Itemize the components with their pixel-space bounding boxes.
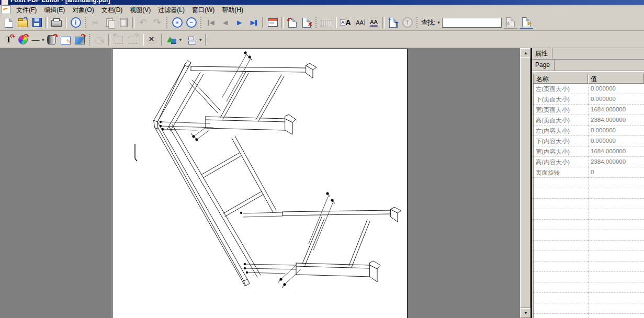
paste-button[interactable] bbox=[117, 16, 131, 29]
zoom-in-button[interactable]: + bbox=[170, 16, 184, 29]
property-row[interactable]: 宽(页面大小)1684.000000 bbox=[534, 105, 644, 115]
toolbar-grip[interactable] bbox=[315, 17, 318, 28]
scroll-down-button[interactable]: ▼ bbox=[520, 308, 532, 318]
line-style-button[interactable]: — bbox=[30, 33, 41, 47]
add-text-button[interactable]: T+ bbox=[386, 16, 400, 29]
first-page-button[interactable]: ◀ bbox=[204, 16, 218, 29]
next-page-button[interactable]: ▶ bbox=[232, 16, 246, 29]
empty-row bbox=[534, 188, 644, 199]
open-button[interactable]: ↷ bbox=[16, 16, 30, 29]
last-page-button[interactable]: ▶ bbox=[246, 16, 261, 29]
empty-row bbox=[534, 293, 644, 303]
property-value-cell bbox=[588, 293, 644, 303]
separator bbox=[205, 34, 207, 46]
menu-object[interactable]: 对象(O) bbox=[69, 6, 97, 14]
shading-button[interactable]: ↷ bbox=[44, 33, 59, 47]
cut-button[interactable]: ✂ bbox=[88, 16, 103, 29]
shading-arrow-icon: ↷ bbox=[53, 32, 58, 40]
undo-button[interactable]: ↶ bbox=[136, 16, 150, 29]
keyboard-icon bbox=[321, 20, 332, 27]
color-picker-button[interactable]: ↷ bbox=[16, 33, 30, 47]
rotate-object-left-button[interactable]: ↶ bbox=[112, 33, 126, 47]
tab-page[interactable]: Page bbox=[532, 60, 555, 71]
lasso-edit-button[interactable]: ✎ bbox=[93, 33, 107, 47]
add-text-object-button[interactable]: T↷ bbox=[2, 33, 16, 47]
toolbar-grip[interactable] bbox=[84, 17, 87, 28]
property-name-cell: 宽(页面大小) bbox=[534, 105, 588, 115]
text-state-button[interactable]: T bbox=[400, 16, 414, 29]
word-spacing-button[interactable]: AA bbox=[367, 16, 381, 29]
char-spacing-button[interactable]: AA bbox=[353, 16, 367, 29]
last-page-arrow-icon: ▶ bbox=[250, 19, 255, 26]
toolbar-grip[interactable] bbox=[416, 17, 419, 28]
property-row[interactable]: 页面旋转0 bbox=[534, 167, 644, 178]
scrollbar-thumb[interactable] bbox=[520, 57, 530, 308]
edit-image-button[interactable]: ✎ bbox=[59, 33, 73, 47]
document-menu-icon[interactable] bbox=[2, 5, 10, 14]
menu-help[interactable]: 帮助(H) bbox=[218, 6, 247, 14]
property-row[interactable]: 左(内容大小)0.000000 bbox=[534, 126, 644, 136]
keyboard-button[interactable] bbox=[319, 16, 333, 29]
align-dropdown[interactable]: ▾ bbox=[199, 37, 202, 42]
scroll-down-icon: ▼ bbox=[524, 311, 528, 315]
toolbar-grip[interactable] bbox=[200, 17, 202, 28]
property-row[interactable]: 下(页面大小)0.000000 bbox=[534, 94, 644, 105]
replace-font-button[interactable]: AA bbox=[338, 16, 353, 29]
property-name-cell bbox=[534, 251, 588, 262]
insert-shape-button[interactable] bbox=[165, 33, 179, 47]
scissors-icon: ✂ bbox=[92, 19, 99, 27]
column-header-name[interactable]: 名称 bbox=[534, 74, 588, 84]
redo-button[interactable]: ↷ bbox=[150, 16, 164, 29]
delete-object-button[interactable]: × bbox=[145, 33, 160, 47]
new-document-button[interactable] bbox=[2, 16, 16, 29]
column-header-value[interactable]: 值 bbox=[588, 74, 644, 84]
menu-file[interactable]: 文件(F) bbox=[13, 6, 40, 14]
property-row[interactable]: 宽(内容大小)1684.000000 bbox=[534, 146, 644, 157]
property-row[interactable]: 高(页面大小)2384.000000 bbox=[534, 115, 644, 126]
replace-image-button[interactable]: ↷ bbox=[73, 33, 87, 47]
find-previous-button[interactable]: ◀ bbox=[504, 16, 517, 29]
save-floppy-icon bbox=[32, 18, 42, 27]
paste-icon bbox=[120, 18, 128, 27]
toolbar-grip[interactable] bbox=[88, 34, 91, 46]
separator bbox=[142, 34, 144, 46]
insert-page-button[interactable]: ↶ bbox=[285, 16, 299, 29]
property-row[interactable]: 高(内容大小)2384.000000 bbox=[534, 157, 644, 167]
empty-row bbox=[534, 314, 644, 318]
delete-page-button[interactable]: × bbox=[299, 16, 313, 29]
property-value-cell: 0.000000 bbox=[588, 84, 644, 94]
property-value-cell bbox=[588, 199, 644, 209]
previous-page-button[interactable]: ◀ bbox=[218, 16, 232, 29]
toolbar-grip[interactable] bbox=[166, 17, 168, 28]
vertical-scrollbar[interactable]: ▲ ▼ bbox=[520, 48, 530, 318]
property-row[interactable]: 左(页面大小)0.000000 bbox=[534, 84, 644, 94]
pdf-page[interactable] bbox=[112, 49, 408, 318]
empty-row bbox=[534, 230, 644, 241]
property-value-cell bbox=[588, 178, 644, 188]
document-properties-button[interactable]: i bbox=[69, 16, 83, 29]
save-button[interactable] bbox=[30, 16, 44, 29]
zoom-out-button[interactable]: − bbox=[184, 16, 198, 29]
menu-window[interactable]: 窗口(W) bbox=[188, 6, 218, 14]
property-row[interactable]: 下(内容大小)0.000000 bbox=[534, 136, 644, 146]
find-history-dropdown[interactable]: ▾ bbox=[437, 20, 440, 25]
menu-edit[interactable]: 编辑(E) bbox=[40, 6, 69, 14]
insert-shape-dropdown[interactable]: ▾ bbox=[179, 37, 182, 42]
page-layout-button[interactable] bbox=[266, 16, 280, 29]
menu-document[interactable]: 文档(D) bbox=[98, 6, 127, 14]
copy-button[interactable] bbox=[103, 16, 117, 29]
align-button[interactable] bbox=[185, 33, 199, 47]
rotate-object-right-button[interactable]: ↷ bbox=[126, 33, 140, 47]
property-value-cell: 2384.000000 bbox=[588, 115, 644, 126]
menu-filter[interactable]: 过滤器(L) bbox=[154, 6, 188, 14]
print-button[interactable] bbox=[49, 16, 63, 29]
menu-view[interactable]: 视图(V) bbox=[126, 6, 154, 14]
color-arrow-icon: ↷ bbox=[24, 32, 29, 40]
property-value-cell bbox=[588, 303, 644, 314]
property-name-cell bbox=[534, 178, 588, 188]
find-input[interactable] bbox=[442, 18, 502, 28]
find-next-button[interactable]: ▶ bbox=[519, 16, 533, 29]
object-toolbar: T↷ ↷ — ▾ ↷ ✎ ↷ ✎ ↶ ↷ × ▾ ▾ bbox=[0, 31, 644, 48]
text-cursor bbox=[135, 144, 137, 161]
property-value-cell: 0.000000 bbox=[588, 94, 644, 105]
